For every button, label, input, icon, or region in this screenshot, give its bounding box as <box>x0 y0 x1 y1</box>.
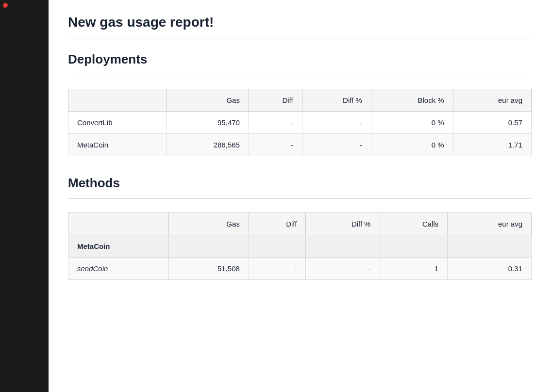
deployments-col-diff: Diff <box>249 89 302 112</box>
deployments-header-row: Gas Diff Diff % Block % eur avg <box>68 89 532 112</box>
table-cell: - <box>249 258 306 280</box>
table-cell: 0 % <box>371 134 453 156</box>
sidebar <box>0 0 49 392</box>
table-cell: 1 <box>380 258 448 280</box>
methods-col-calls: Calls <box>380 213 448 235</box>
table-cell: 0.31 <box>448 258 532 280</box>
deployments-col-name <box>68 89 167 112</box>
table-cell: - <box>306 258 380 280</box>
deployments-col-eur-avg: eur avg <box>453 89 531 112</box>
table-cell: - <box>302 112 371 134</box>
red-dot-indicator <box>3 3 8 8</box>
table-cell <box>380 235 448 258</box>
deployments-col-gas: Gas <box>167 89 249 112</box>
methods-col-diff: Diff <box>249 213 306 235</box>
table-cell: 286,565 <box>167 134 249 156</box>
table-cell: ConvertLib <box>68 112 167 134</box>
table-cell: 0.57 <box>453 112 531 134</box>
table-cell: MetaCoin <box>68 134 167 156</box>
main-content: New gas usage report! Deployments Gas Di… <box>49 0 551 392</box>
title-divider <box>68 38 532 38</box>
methods-divider <box>68 198 532 199</box>
table-cell: - <box>249 134 302 156</box>
methods-col-name <box>68 213 169 235</box>
table-row: sendCoin51,508--10.31 <box>68 258 532 280</box>
table-row: MetaCoin <box>68 235 532 258</box>
methods-col-eur-avg: eur avg <box>448 213 532 235</box>
methods-header-row: Gas Diff Diff % Calls eur avg <box>68 213 532 235</box>
methods-table: Gas Diff Diff % Calls eur avg MetaCoinse… <box>68 212 532 280</box>
table-cell: 95,470 <box>167 112 249 134</box>
methods-col-diff-pct: Diff % <box>306 213 380 235</box>
table-cell: 51,508 <box>169 258 249 280</box>
deployments-col-diff-pct: Diff % <box>302 89 371 112</box>
deployments-divider <box>68 75 532 75</box>
table-cell <box>306 235 380 258</box>
deployments-col-block-pct: Block % <box>371 89 453 112</box>
table-cell <box>448 235 532 258</box>
table-cell: - <box>302 134 371 156</box>
table-cell: sendCoin <box>68 258 169 280</box>
table-cell <box>249 235 306 258</box>
table-cell: 0 % <box>371 112 453 134</box>
deployments-table: Gas Diff Diff % Block % eur avg ConvertL… <box>68 89 532 156</box>
methods-section-title: Methods <box>68 176 532 191</box>
deployments-section-title: Deployments <box>68 52 532 67</box>
table-cell: - <box>249 112 302 134</box>
table-row: MetaCoin286,565--0 %1.71 <box>68 134 532 156</box>
table-row: ConvertLib95,470--0 %0.57 <box>68 112 532 134</box>
table-cell <box>169 235 249 258</box>
methods-col-gas: Gas <box>169 213 249 235</box>
table-cell: MetaCoin <box>68 235 169 258</box>
table-cell: 1.71 <box>453 134 531 156</box>
page-title: New gas usage report! <box>68 15 532 30</box>
